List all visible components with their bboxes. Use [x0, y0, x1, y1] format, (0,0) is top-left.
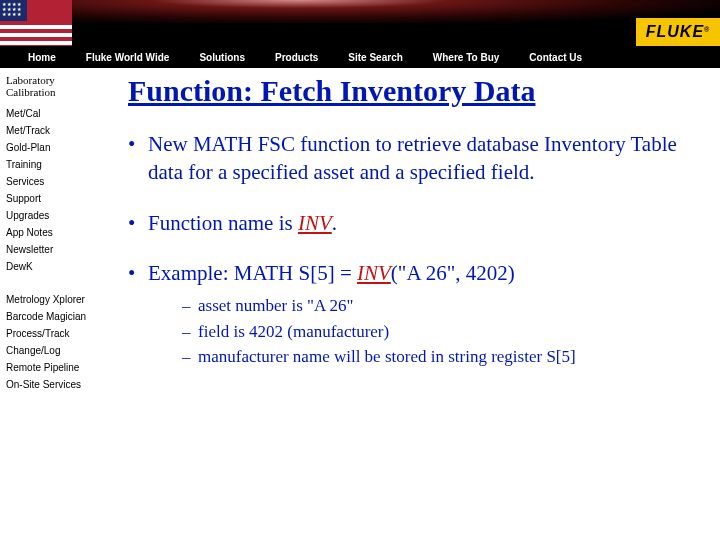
nav-solutions[interactable]: Solutions: [199, 52, 245, 63]
sidebar-item-process-track[interactable]: Process/Track: [6, 328, 94, 339]
nav-worldwide[interactable]: Fluke World Wide: [86, 52, 170, 63]
sidebar-item-metrology-xplorer[interactable]: Metrology Xplorer: [6, 294, 94, 305]
sidebar-item-goldplan[interactable]: Gold-Plan: [6, 142, 94, 153]
sidebar-heading: Laboratory Calibration: [6, 74, 94, 98]
bullet-3: Example: MATH S[5] = INV("A 26", 4202) a…: [128, 259, 712, 370]
sidebar-item-appnotes[interactable]: App Notes: [6, 227, 94, 238]
header-gradient: [72, 0, 720, 23]
bullet-1: New MATH FSC function to retrieve databa…: [128, 130, 712, 187]
flag-us: ★★★★★★★★★★★★: [0, 0, 72, 46]
bullet-2: Function name is INV.: [128, 209, 712, 237]
sidebar-item-training[interactable]: Training: [6, 159, 94, 170]
sidebar-item-remote-pipeline[interactable]: Remote Pipeline: [6, 362, 94, 373]
sidebar-item-support[interactable]: Support: [6, 193, 94, 204]
sidebar-item-dewk[interactable]: DewK: [6, 261, 94, 272]
sidebar-item-services[interactable]: Services: [6, 176, 94, 187]
sidebar-item-barcode-magician[interactable]: Barcode Magician: [6, 311, 94, 322]
sidebar-item-onsite-services[interactable]: On-Site Services: [6, 379, 94, 390]
bullet-2-post: .: [332, 211, 337, 235]
sub-item-1: asset number is "A 26": [182, 293, 712, 319]
content: Function: Fetch Inventory Data New MATH …: [100, 68, 720, 540]
bullet-3-post: ("A 26", 4202): [391, 261, 515, 285]
navbar: Home Fluke World Wide Solutions Products…: [0, 46, 720, 68]
bullet-2-pre: Function name is: [148, 211, 298, 235]
main: Laboratory Calibration Met/Cal Met/Track…: [0, 68, 720, 540]
nav-where-to-buy[interactable]: Where To Buy: [433, 52, 499, 63]
sidebar-item-newsletter[interactable]: Newsletter: [6, 244, 94, 255]
sub-list: asset number is "A 26" field is 4202 (ma…: [182, 293, 712, 370]
bullet-3-pre: Example: MATH S[5] =: [148, 261, 357, 285]
function-name-call: INV: [357, 261, 391, 285]
nav-home[interactable]: Home: [28, 52, 56, 63]
sidebar-item-change-log[interactable]: Change/Log: [6, 345, 94, 356]
function-name: INV: [298, 211, 332, 235]
nav-products[interactable]: Products: [275, 52, 318, 63]
sidebar-item-metcal[interactable]: Met/Cal: [6, 108, 94, 119]
sub-item-2: field is 4202 (manufacturer): [182, 319, 712, 345]
brand-logo: FLUKE®: [636, 18, 720, 46]
nav-contact-us[interactable]: Contact Us: [529, 52, 582, 63]
sub-item-3: manufacturer name will be stored in stri…: [182, 344, 712, 370]
sidebar-item-upgrades[interactable]: Upgrades: [6, 210, 94, 221]
page-title: Function: Fetch Inventory Data: [128, 74, 712, 108]
brand-text: FLUKE: [646, 23, 704, 40]
sidebar-item-mettrack[interactable]: Met/Track: [6, 125, 94, 136]
sidebar: Laboratory Calibration Met/Cal Met/Track…: [0, 68, 100, 540]
nav-site-search[interactable]: Site Search: [348, 52, 402, 63]
header-band: ★★★★★★★★★★★★ FLUKE®: [0, 0, 720, 46]
